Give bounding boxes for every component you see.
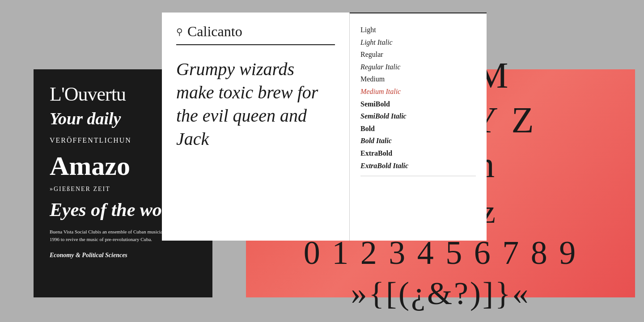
preview-text: Grumpy wizards make toxic brew for the e… [176,58,335,151]
font-name-title: Calicanto [187,23,242,40]
search-bar[interactable]: ⚲ Calicanto [176,23,335,45]
red-row5: 0 1 2 3 4 5 6 7 8 9 [304,236,578,269]
red-row6: »{[(¿&?)]}« [351,277,530,309]
weight-item-extrabold[interactable]: ExtraBold [360,148,476,159]
weight-item-medium[interactable]: Medium [360,73,476,85]
weight-list-container: LightLight ItalicRegularRegular ItalicMe… [360,24,476,176]
weight-item-medium-italic[interactable]: Medium Italic [360,86,476,97]
panel-left: ⚲ Calicanto Grumpy wizards make toxic br… [162,13,350,241]
panel-right: LightLight ItalicRegularRegular ItalicMe… [350,13,487,241]
weight-item-extrabold-italic[interactable]: ExtraBold Italic [360,160,476,172]
weight-item-regular-italic[interactable]: Regular Italic [360,61,476,73]
weight-item-light[interactable]: Light [360,24,476,36]
weight-item-semibold[interactable]: SemiBold [360,98,476,110]
font-panel: ⚲ Calicanto Grumpy wizards make toxic br… [162,13,487,241]
search-icon: ⚲ [176,26,183,37]
weight-list: LightLight ItalicRegularRegular ItalicMe… [360,24,476,171]
weight-item-semibold-italic[interactable]: SemiBold Italic [360,110,476,122]
weight-item-light-italic[interactable]: Light Italic [360,37,476,48]
weight-item-regular[interactable]: Regular [360,49,476,60]
weight-item-bold[interactable]: Bold [360,123,476,135]
weight-item-bold-italic[interactable]: Bold Italic [360,135,476,147]
dark-card-line8: Economy & Political Sciences [50,252,196,259]
